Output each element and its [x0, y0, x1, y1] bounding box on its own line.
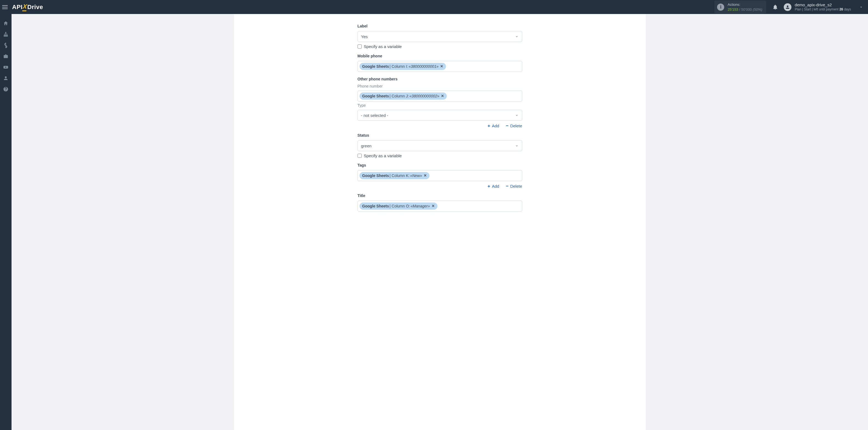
remove-chip-icon[interactable]: ✕	[441, 94, 444, 99]
hierarchy-icon[interactable]	[3, 32, 8, 37]
minus-icon: −	[506, 123, 508, 128]
tags-field-title: Tags	[358, 163, 522, 167]
label-variable-checkbox-row[interactable]: Specify as a variable	[358, 44, 522, 49]
other-phone-input[interactable]: Google Sheets | Column J: «380000000002»…	[358, 91, 522, 101]
mobile-chip: Google Sheets | Column I: «380000000001»…	[360, 63, 446, 70]
tags-chip: Google Sheets | Column K: «New» ✕	[360, 172, 430, 179]
type-select[interactable]: - not selected -	[358, 110, 522, 121]
status-field-title: Status	[358, 133, 522, 137]
tags-input[interactable]: Google Sheets | Column K: «New» ✕	[358, 170, 522, 181]
svg-rect-0	[5, 32, 6, 33]
remove-chip-icon[interactable]: ✕	[424, 173, 427, 178]
brand-drive: Drive	[27, 4, 43, 11]
status-variable-checkbox[interactable]	[358, 154, 362, 158]
user-icon[interactable]	[3, 75, 8, 81]
mobile-input[interactable]: Google Sheets | Column I: «380000000001»…	[358, 61, 522, 72]
status-variable-checkbox-row[interactable]: Specify as a variable	[358, 153, 522, 158]
sidebar	[0, 14, 11, 430]
mobile-field-title: Mobile phone	[358, 54, 522, 58]
delete-button[interactable]: −Delete	[506, 184, 522, 188]
briefcase-icon[interactable]	[3, 54, 8, 59]
svg-rect-2	[5, 35, 6, 36]
type-sublabel: Type	[358, 103, 522, 108]
brand-api: API	[12, 4, 23, 11]
other-phone-chip: Google Sheets | Column J: «380000000002»…	[360, 92, 447, 100]
remove-chip-icon[interactable]: ✕	[440, 64, 443, 69]
actions-counter[interactable]: i Actions: 25'153 / 50'000 (50%)	[714, 1, 766, 13]
remove-chip-icon[interactable]: ✕	[432, 204, 435, 209]
other-phone-sublabel: Phone number	[358, 84, 522, 88]
status-select-value: green	[361, 144, 372, 148]
type-select-value: - not selected -	[361, 113, 388, 118]
label-variable-text: Specify as a variable	[364, 44, 402, 49]
dollar-icon[interactable]	[3, 42, 8, 48]
label-field-title: Label	[358, 24, 522, 28]
home-icon[interactable]	[3, 21, 8, 26]
chevron-down-icon	[515, 113, 519, 117]
help-icon[interactable]	[3, 87, 8, 92]
add-button[interactable]: +Add	[488, 184, 499, 188]
plus-icon: +	[488, 184, 490, 188]
actions-used: 25'153	[727, 7, 738, 11]
actions-text: Actions: 25'153 / 50'000 (50%)	[727, 2, 762, 12]
user-menu[interactable]: demo_apix-drive_s2 Plan | Start | left u…	[784, 2, 863, 12]
status-select[interactable]: green	[358, 140, 522, 151]
status-variable-text: Specify as a variable	[364, 153, 402, 158]
brand-x: X	[22, 3, 27, 11]
actions-percent: (50%)	[753, 7, 762, 11]
form-card: Label Yes Specify as a variable Mobile p…	[234, 14, 646, 430]
title-field-title: Title	[358, 193, 522, 198]
notifications-icon[interactable]	[772, 4, 778, 10]
username: demo_apix-drive_s2	[795, 2, 851, 8]
user-text: demo_apix-drive_s2 Plan | Start | left u…	[795, 2, 851, 12]
topbar: API X Drive i Actions: 25'153 / 50'000 (…	[0, 0, 868, 14]
brand-logo[interactable]: API X Drive	[12, 3, 43, 11]
svg-rect-3	[7, 35, 7, 36]
add-button[interactable]: +Add	[488, 123, 499, 128]
chevron-down-icon	[859, 5, 863, 9]
plan-info: Plan | Start | left until payment 26 day…	[795, 7, 851, 11]
delete-button[interactable]: −Delete	[506, 123, 522, 128]
hamburger-menu-button[interactable]	[2, 4, 9, 10]
avatar-icon	[784, 3, 792, 11]
other-phone-section-title: Other phone numbers	[358, 77, 522, 81]
title-chip: Google Sheets | Column O: «Manager» ✕	[360, 203, 437, 210]
chevron-down-icon	[515, 35, 519, 38]
plus-icon: +	[488, 123, 490, 128]
label-select-value: Yes	[361, 34, 368, 39]
actions-label: Actions:	[727, 2, 762, 7]
title-input[interactable]: Google Sheets | Column O: «Manager» ✕	[358, 201, 522, 212]
minus-icon: −	[506, 184, 508, 188]
youtube-icon[interactable]	[3, 64, 8, 70]
chevron-down-icon	[515, 144, 519, 148]
info-icon: i	[717, 4, 724, 11]
label-select[interactable]: Yes	[358, 31, 522, 42]
svg-rect-1	[4, 35, 5, 36]
label-variable-checkbox[interactable]	[358, 44, 362, 49]
